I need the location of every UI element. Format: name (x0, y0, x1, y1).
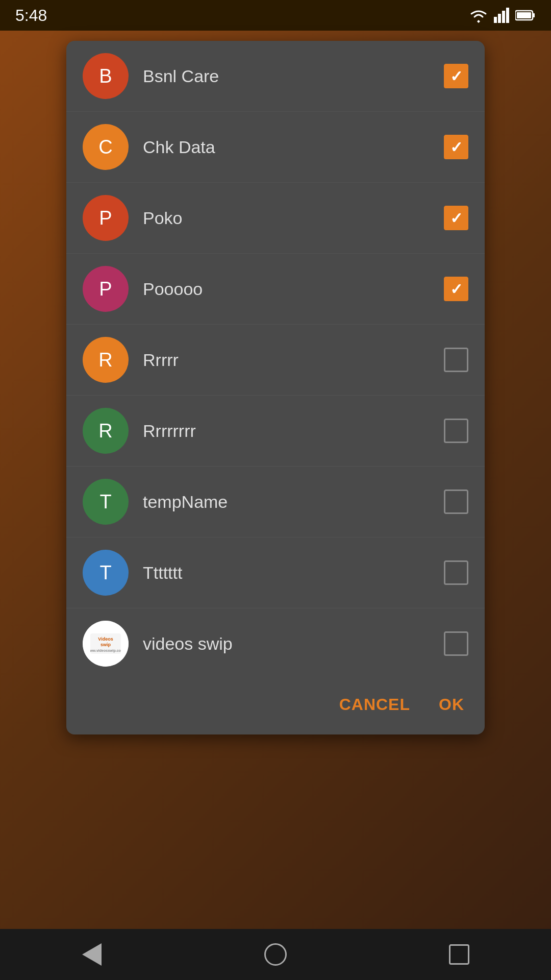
avatar-tempname: T (83, 479, 129, 525)
back-icon (82, 943, 102, 966)
contact-selection-dialog: B Bsnl Care C Chk Data P Poko P Pooooo R (66, 41, 485, 734)
checkbox-chk-data[interactable] (444, 135, 468, 159)
checkbox-tempname[interactable] (444, 489, 468, 514)
battery-icon (515, 9, 536, 21)
list-item-chk-data[interactable]: C Chk Data (66, 112, 485, 183)
status-time: 5:48 (15, 6, 47, 25)
svg-text:swip: swip (101, 642, 111, 647)
wifi-icon (469, 8, 488, 23)
list-item-bsnl-care[interactable]: B Bsnl Care (66, 41, 485, 112)
item-label-poko: Poko (143, 208, 444, 228)
checkbox-rrrrr[interactable] (444, 348, 468, 372)
contact-list: B Bsnl Care C Chk Data P Poko P Pooooo R (66, 41, 485, 679)
navigation-bar (0, 929, 551, 980)
svg-rect-1 (498, 14, 501, 23)
checkbox-bsnl-care[interactable] (444, 64, 468, 88)
item-label-pooooo: Pooooo (143, 279, 444, 299)
avatar-rrrrr: R (83, 337, 129, 383)
avatar-videos-swip: Videos swip www.videosswip.com (83, 621, 129, 667)
avatar-bsnl-care: B (83, 53, 129, 99)
item-label-videos-swip: videos swip (143, 634, 444, 654)
recents-button[interactable] (441, 937, 477, 972)
item-label-rrrrr: Rrrrr (143, 350, 444, 370)
status-icons (469, 8, 536, 23)
checkbox-videos-swip[interactable] (444, 631, 468, 656)
home-icon (264, 943, 287, 966)
item-label-rrrrrrrr: Rrrrrrrr (143, 421, 444, 441)
list-item-rrrrrrrr[interactable]: R Rrrrrrrr (66, 396, 485, 467)
item-label-ttttttt: Ttttttt (143, 563, 444, 583)
avatar-rrrrrrrr: R (83, 408, 129, 454)
avatar-chk-data: C (83, 124, 129, 170)
svg-rect-0 (494, 17, 497, 23)
svg-text:Videos: Videos (98, 636, 113, 642)
checkbox-rrrrrrrr[interactable] (444, 419, 468, 443)
list-item-ttttttt[interactable]: T Ttttttt (66, 537, 485, 608)
ok-button[interactable]: OK (435, 689, 468, 720)
item-label-bsnl-care: Bsnl Care (143, 66, 444, 86)
svg-rect-5 (533, 13, 535, 17)
cancel-button[interactable]: CANCEL (335, 689, 414, 720)
status-bar: 5:48 (0, 0, 551, 31)
checkbox-ttttttt[interactable] (444, 560, 468, 585)
svg-rect-2 (502, 11, 505, 23)
svg-text:www.videosswip.com: www.videosswip.com (90, 649, 121, 653)
list-item-pooooo[interactable]: P Pooooo (66, 254, 485, 325)
avatar-poko: P (83, 195, 129, 241)
recents-icon (449, 944, 469, 965)
back-button[interactable] (74, 937, 110, 972)
svg-rect-3 (506, 8, 509, 23)
item-label-chk-data: Chk Data (143, 137, 444, 157)
list-item-rrrrr[interactable]: R Rrrrr (66, 325, 485, 396)
home-button[interactable] (258, 937, 293, 972)
item-label-tempname: tempName (143, 492, 444, 512)
avatar-pooooo: P (83, 266, 129, 312)
dialog-actions: CANCEL OK (66, 679, 485, 734)
avatar-ttttttt: T (83, 550, 129, 596)
checkbox-poko[interactable] (444, 206, 468, 230)
checkbox-pooooo[interactable] (444, 277, 468, 301)
dialog-overlay: B Bsnl Care C Chk Data P Poko P Pooooo R (0, 31, 551, 929)
list-item-poko[interactable]: P Poko (66, 183, 485, 254)
list-item-tempname[interactable]: T tempName (66, 467, 485, 537)
signal-icon (494, 8, 509, 23)
list-item-videos-swip[interactable]: Videos swip www.videosswip.com videos sw… (66, 608, 485, 679)
svg-rect-6 (517, 12, 531, 18)
